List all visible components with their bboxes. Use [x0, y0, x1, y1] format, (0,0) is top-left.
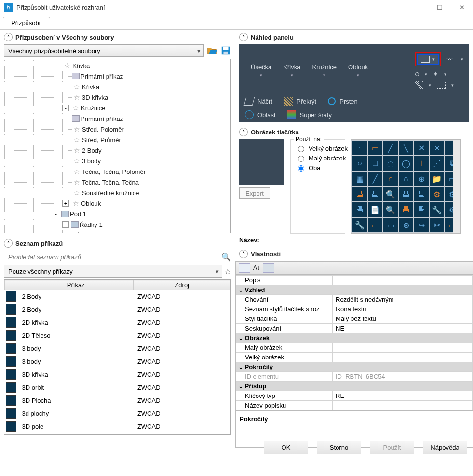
ribbon-btn-sketch[interactable]: Náčrt [245, 97, 272, 106]
icon-cell[interactable]: 🔧 [430, 202, 444, 217]
tab-customize[interactable]: Přizpůsobit [3, 17, 50, 29]
tree-node[interactable]: ☆3D křivka [4, 92, 230, 103]
command-row[interactable]: 3D orbitZWCAD [5, 381, 230, 394]
tree-node[interactable]: ☆Střed, Poloměr [4, 124, 230, 134]
ribbon-group-curve[interactable]: Křivka▾ [277, 64, 306, 78]
point-icon[interactable] [415, 72, 419, 76]
tree-node[interactable]: ☆Tečna, Tečna, Tečna [4, 177, 230, 187]
close-button[interactable]: ✕ [451, 0, 473, 15]
property-row[interactable]: Velký obrázek [236, 353, 473, 362]
icon-cell[interactable]: · [352, 141, 367, 155]
icon-cell[interactable]: → [445, 141, 453, 155]
command-row[interactable]: 2D křivkaZWCAD [5, 316, 230, 329]
property-row[interactable]: Název popisku [236, 401, 473, 410]
property-row[interactable]: ChováníRozdělit s nedávným [236, 295, 473, 304]
radio-small-image[interactable]: Malý obrázek [296, 154, 340, 162]
property-category[interactable]: ⌄ Přístup [236, 382, 473, 391]
property-category[interactable]: ⌄ Vzhled [236, 285, 473, 295]
icon-cell[interactable]: ╲ [399, 141, 413, 155]
col-command[interactable]: Příkaz [18, 280, 134, 290]
hatch-icon[interactable] [415, 81, 423, 89]
command-row[interactable]: 3 bodyZWCAD [5, 342, 230, 355]
icon-cell[interactable]: 🖶 [414, 202, 429, 217]
ribbon-group-circle[interactable]: Kružnice▾ [306, 64, 342, 78]
property-row[interactable]: SeskupováníNE [236, 324, 473, 333]
open-file-icon[interactable] [207, 45, 217, 56]
tree-node[interactable]: ☆Soustředné kružnice [4, 187, 230, 198]
minimize-button[interactable]: — [406, 0, 429, 15]
tree-node[interactable]: Primární příkaz [4, 113, 230, 124]
command-row[interactable]: 2 BodyZWCAD [5, 290, 230, 303]
property-pages-icon[interactable] [263, 263, 274, 273]
icon-cell[interactable]: 📄 [368, 202, 382, 217]
icon-cell[interactable]: 🔧 [352, 218, 367, 232]
tree-node[interactable]: ☆Tečna, Tečna, Poloměr [4, 166, 230, 177]
property-row[interactable]: Klíčový typRE [236, 391, 473, 401]
sparkle-icon[interactable]: ✦ [433, 70, 438, 78]
tree-node[interactable]: -Řádky 1 [4, 219, 230, 230]
tree-node[interactable]: +☆Oblouk [4, 198, 230, 209]
command-filter-dropdown[interactable]: Pouze všechny příkazy [4, 265, 222, 278]
icon-cell[interactable]: ↪ [414, 218, 429, 232]
ribbon-btn-overlay[interactable]: Překrýt [284, 97, 316, 106]
icon-cell[interactable]: 🖶 [399, 187, 413, 201]
icon-cell[interactable]: ▭ [383, 218, 398, 232]
icon-cell[interactable]: ▭ [368, 218, 382, 232]
icon-cell[interactable]: 🔍 [383, 187, 398, 201]
icon-cell[interactable]: ⚙ [430, 187, 444, 201]
icon-cell[interactable]: ◯ [399, 156, 413, 171]
icon-cell[interactable]: ⊕ [414, 172, 429, 186]
icon-cell[interactable]: ✂ [430, 218, 444, 232]
tree-node[interactable]: ☆Křivka [4, 81, 230, 92]
icon-cell[interactable]: 🖶 [352, 202, 367, 217]
command-table[interactable]: Příkaz Zdroj 2 BodyZWCAD2 BodyZWCAD2D kř… [4, 279, 231, 435]
icon-cell[interactable]: ∩ [399, 172, 413, 186]
ribbon-group-arc[interactable]: Oblouk▾ [342, 64, 374, 78]
command-row[interactable]: 3D poleZWCAD [5, 420, 230, 433]
ribbon-btn-superhatch[interactable]: Super šrafy [287, 110, 332, 119]
tree-node[interactable]: ☆Střed, Průměr [4, 134, 230, 145]
icon-cell[interactable]: □ [368, 156, 382, 171]
icon-cell[interactable]: ╱ [368, 172, 382, 186]
icon-cell[interactable]: ⋰ [430, 156, 444, 171]
property-row[interactable]: Malý obrázek [236, 343, 473, 353]
highlighted-rectangle-button[interactable]: ▾ [415, 52, 441, 66]
icon-cell[interactable]: ⨯ [430, 141, 444, 155]
command-row[interactable]: 3D PlochaZWCAD [5, 394, 230, 407]
icon-cell[interactable]: 🖶 [368, 187, 382, 201]
icon-cell[interactable]: 🖶 [399, 202, 413, 217]
maximize-button[interactable]: ☐ [429, 0, 451, 15]
section-properties[interactable]: ˄ Vlastnosti [235, 247, 473, 261]
icon-cell[interactable]: 🔍 [383, 202, 398, 217]
icon-cell[interactable]: ⊥ [414, 156, 429, 171]
icon-cell[interactable]: ⧉ [445, 156, 453, 171]
icon-cell[interactable]: ⊗ [399, 218, 413, 232]
scrollbar[interactable] [453, 140, 460, 233]
section-commands[interactable]: ˄ Seznam příkazů [0, 236, 235, 251]
command-row[interactable]: 2D TělesoZWCAD [5, 329, 230, 342]
tree-node[interactable]: ☆Křivka [4, 60, 230, 71]
section-customizations[interactable]: ˄ Přizpůsobení v Všechny soubory [0, 30, 235, 44]
icon-cell[interactable]: ⚙ [445, 202, 453, 217]
tree-node[interactable]: -Pod 1 [4, 209, 230, 219]
apply-button[interactable]: Použít [370, 441, 414, 454]
ribbon-group-line[interactable]: Úsečka▾ [245, 64, 277, 78]
favorite-icon[interactable]: ☆ [224, 267, 231, 276]
tree-node[interactable]: -☆Obdélník [4, 230, 230, 233]
dashed-rect-icon[interactable] [437, 82, 446, 89]
icon-cell[interactable]: ∩ [383, 172, 398, 186]
cancel-button[interactable]: Storno [317, 441, 361, 454]
icon-cell[interactable]: ▭ [368, 141, 382, 155]
radio-both[interactable]: Oba [296, 164, 340, 172]
customization-files-dropdown[interactable]: Všechny přizpůsobitelné soubory [4, 44, 204, 57]
sort-az-icon[interactable]: A↓ [253, 264, 260, 271]
export-button[interactable]: Export [239, 187, 270, 199]
property-row[interactable]: Styl tlačítkaMalý bez textu [236, 314, 473, 324]
col-source[interactable]: Zdroj [134, 280, 230, 290]
search-icon[interactable]: 🔍 [221, 252, 231, 262]
icon-cell[interactable]: ▭ [445, 218, 453, 232]
icon-library[interactable]: ·▭╱╲✕⨯→○□◌◯⊥⋰⧉▦╱∩∩⊕📁▭🖶🖶🔍🖶🖶⚙⚙🖶📄🔍🖶🖶🔧⚙🔧▭▭⊗↪… [351, 139, 461, 234]
property-row[interactable]: ID elementuID_RBTN_6BC54 [236, 372, 473, 382]
wave-icon[interactable]: 〰 [446, 56, 455, 63]
property-row[interactable]: Seznam stylů tlačítek s rozIkona textu [236, 304, 473, 314]
